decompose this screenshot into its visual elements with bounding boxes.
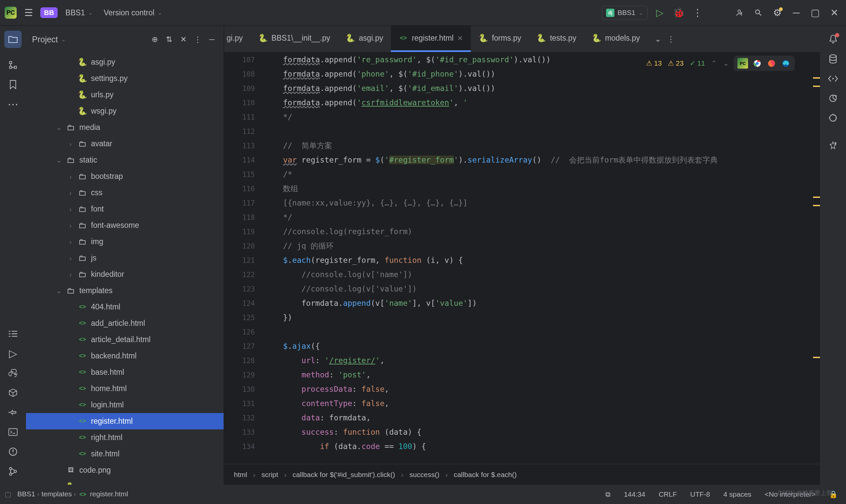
tree-node[interactable]: login.html	[26, 397, 223, 413]
todo-tool-button[interactable]	[4, 325, 22, 342]
services-tool-button[interactable]	[4, 404, 22, 421]
interpreter-selector[interactable]: <No interpreter>	[761, 489, 820, 500]
more-actions-icon[interactable]: ⋮	[690, 6, 705, 20]
project-tool-button[interactable]	[4, 31, 22, 48]
run-config-selector[interactable]: dj BBS1 ⌄	[602, 6, 648, 20]
locate-icon[interactable]: ⊕	[149, 34, 160, 45]
more-pane-icon[interactable]: ⋮	[192, 34, 203, 45]
tree-node[interactable]: ›🗀bootstrap	[26, 168, 223, 184]
background-tasks-icon[interactable]: ⧉	[602, 489, 614, 500]
vcs-tool-button[interactable]	[4, 463, 22, 480]
tab-more-icon[interactable]: ⋮	[665, 33, 677, 44]
tree-node[interactable]: site.html	[26, 446, 223, 462]
project-selector[interactable]: BBS1⌄	[62, 6, 96, 20]
minimize-button[interactable]: ─	[789, 6, 803, 20]
tree-node[interactable]: 404.html	[26, 299, 223, 315]
warning-icon: ⚠	[646, 59, 652, 67]
close-button[interactable]: ✕	[827, 6, 841, 20]
minimap[interactable]	[811, 53, 820, 464]
prev-highlight-icon[interactable]: ⌃	[711, 59, 717, 67]
settings-icon[interactable]: ⚙	[770, 6, 784, 20]
run-button[interactable]: ▷	[652, 6, 667, 20]
python-console-tool-button[interactable]	[4, 364, 22, 382]
coverage-tool-button[interactable]	[824, 109, 842, 127]
close-tab-icon[interactable]: ✕	[457, 34, 463, 42]
tree-node[interactable]: ›🗀img	[26, 234, 223, 250]
tree-node[interactable]: ⌄🗀static	[26, 152, 223, 168]
tree-node[interactable]: ⌄🗀media	[26, 119, 223, 136]
maximize-button[interactable]: ▢	[808, 6, 822, 20]
django-icon: dj	[606, 9, 614, 17]
close-pane-icon[interactable]: ✕	[178, 34, 189, 45]
readonly-icon[interactable]: 🔒	[825, 489, 841, 500]
editor-tab[interactable]: register.html✕	[391, 26, 471, 52]
tree-node[interactable]: ›🗀css	[26, 184, 223, 201]
caret-position[interactable]: 144:34	[620, 489, 649, 500]
chevron-down-icon: ⌄	[157, 9, 162, 16]
tree-node[interactable]: backend.html	[26, 348, 223, 364]
tree-node[interactable]: register.html	[26, 413, 223, 429]
editor-tab[interactable]: asgi.py	[338, 26, 391, 52]
tree-node[interactable]: ›🗀kindeditor	[26, 266, 223, 283]
statusbar-path[interactable]: BBS1 › templates › register.html	[17, 490, 128, 499]
hamburger-icon[interactable]: ☰	[21, 6, 36, 20]
tab-list-icon[interactable]: ⌄	[652, 33, 663, 44]
tree-node[interactable]: right.html	[26, 429, 223, 446]
tree-node[interactable]: base.html	[26, 364, 223, 380]
debug-button[interactable]: 🐞	[671, 6, 686, 20]
next-highlight-icon[interactable]: ⌄	[723, 59, 729, 67]
search-icon[interactable]	[751, 6, 766, 20]
indent-setting[interactable]: 4 spaces	[720, 489, 755, 500]
ai-tool-button[interactable]	[824, 137, 842, 154]
bookmarks-tool-button[interactable]	[4, 76, 22, 93]
project-tree[interactable]: asgi.pysettings.pyurls.pywsgi.py⌄🗀media›…	[26, 53, 223, 485]
editor-tab[interactable]: gi.py	[224, 26, 251, 52]
editor-tab[interactable]: BBS1\__init__.py	[251, 26, 338, 52]
structure-tool-button[interactable]	[4, 56, 22, 74]
nav-icon[interactable]: ▢	[5, 490, 11, 498]
tree-node[interactable]: urls.py	[26, 87, 223, 103]
problems-tool-button[interactable]	[4, 443, 22, 461]
editor-tab[interactable]: forms.py	[471, 26, 529, 52]
tree-node[interactable]: article_detail.html	[26, 331, 223, 348]
vcs-menu[interactable]: Version control⌄	[101, 6, 165, 20]
tree-node[interactable]: home.html	[26, 380, 223, 397]
tree-node[interactable]: ›🗀font-awesome	[26, 217, 223, 234]
warning-icon: ⚠	[668, 59, 674, 67]
gutter: 1071081091101111121131141151161171181191…	[224, 53, 265, 464]
terminal-tool-button[interactable]	[4, 424, 22, 441]
run-tool-button[interactable]: ▷	[4, 345, 22, 362]
packages-tool-button[interactable]	[4, 384, 22, 401]
code-with-me-icon[interactable]	[732, 6, 746, 20]
tree-node[interactable]: manage.py	[26, 478, 223, 485]
tree-node[interactable]: ›🗀js	[26, 250, 223, 266]
firefox-icon[interactable]	[766, 58, 777, 69]
inspections[interactable]: ⚠13 ⚠23 ✓11 ⌃ ⌄	[646, 59, 729, 67]
tree-node[interactable]: wsgi.py	[26, 103, 223, 119]
code-area[interactable]: 1071081091101111121131141151161171181191…	[224, 53, 820, 464]
analytics-tool-button[interactable]	[824, 90, 842, 107]
editor-breadcrumb[interactable]: html›script›callback for $('#id_submit')…	[224, 464, 820, 485]
notifications-tool-button[interactable]	[824, 31, 842, 48]
minimize-pane-icon[interactable]: ─	[206, 34, 218, 45]
file-encoding[interactable]: UTF-8	[687, 489, 714, 500]
scibundle-tool-button[interactable]	[824, 70, 842, 87]
code[interactable]: formdata.append('re_password', $('#id_re…	[265, 53, 820, 464]
tree-node[interactable]: add_article.html	[26, 315, 223, 331]
builtin-preview-icon[interactable]: PC	[737, 58, 748, 69]
chrome-icon[interactable]	[752, 58, 762, 69]
tree-node[interactable]: asgi.py	[26, 54, 223, 70]
editor-tab[interactable]: tests.py	[529, 26, 584, 52]
edge-icon[interactable]	[780, 58, 791, 69]
tree-node[interactable]: ›🗀font	[26, 201, 223, 217]
chevron-down-icon[interactable]: ⌄	[61, 36, 66, 43]
tree-node[interactable]: ›🗀avatar	[26, 136, 223, 152]
tree-node[interactable]: ⌄🗀templates	[26, 283, 223, 299]
expand-icon[interactable]: ⇅	[163, 34, 175, 45]
editor-tab[interactable]: models.py	[584, 26, 648, 52]
more-tools-icon[interactable]: ⋯	[4, 95, 22, 113]
database-tool-button[interactable]	[824, 50, 842, 68]
tree-node[interactable]: 🖼code.png	[26, 462, 223, 478]
line-separator[interactable]: CRLF	[655, 489, 681, 500]
tree-node[interactable]: settings.py	[26, 70, 223, 87]
